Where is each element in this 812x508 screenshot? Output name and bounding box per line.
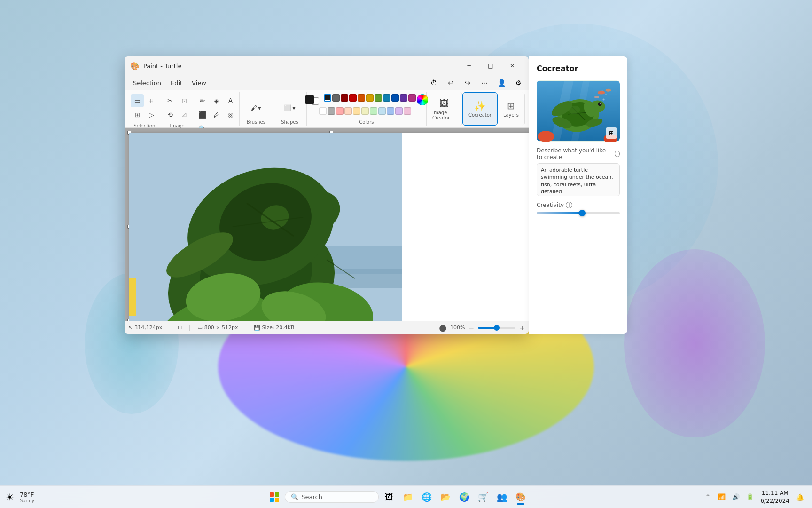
minimize-button[interactable]: ─ (458, 58, 480, 73)
color-lightred[interactable] (336, 107, 344, 115)
zoom-slider[interactable] (478, 327, 515, 329)
volume-icon[interactable]: 🔊 (729, 491, 742, 504)
notification-button[interactable]: 🔔 (793, 491, 806, 504)
image-creator-icon: 🖼 (439, 98, 449, 109)
taskbar-left: ☀ 78°F Sunny (0, 490, 94, 504)
crop-tool[interactable]: ✂ (164, 94, 177, 107)
color-rose[interactable] (404, 107, 411, 115)
system-clock[interactable]: 11:11 AM 6/22/2024 (757, 488, 792, 506)
redo-button[interactable]: ↪ (461, 76, 474, 89)
zoom-out-btn[interactable]: − (469, 324, 475, 332)
color-teal[interactable] (383, 94, 390, 102)
rotate-tool[interactable]: ⟲ (164, 108, 177, 121)
taskbar-search[interactable]: 🔍 Search (285, 491, 379, 503)
brush-arrow: ▾ (258, 104, 261, 111)
color-darkred[interactable] (341, 94, 348, 102)
info-icon[interactable]: i (615, 151, 620, 157)
image-group: ✂ ⊡ ⟲ ⊿ Image (161, 92, 194, 126)
status-sep-1 (170, 325, 170, 331)
flip-tool[interactable]: ⊿ (178, 108, 191, 121)
battery-icon[interactable]: 🔋 (743, 491, 757, 504)
settings-button[interactable]: ⚙ (512, 76, 525, 89)
color-lightyellow[interactable] (353, 107, 360, 115)
taskbar-store-app[interactable]: 🛒 (475, 489, 492, 506)
profile-icon[interactable]: 👤 (495, 76, 508, 89)
color-gray[interactable] (328, 107, 335, 115)
layers-button[interactable]: ⊞ Layers (498, 92, 525, 126)
shapes-button[interactable]: ⬜ ▾ (275, 101, 304, 114)
taskbar-files-app[interactable]: 📁 (399, 489, 416, 506)
image-creator-button[interactable]: 🖼 Image Creator (427, 92, 462, 126)
chevron-icon[interactable]: ^ (701, 491, 714, 504)
taskbar-paint-app[interactable]: 🎨 (512, 489, 529, 506)
color-yellow[interactable] (366, 94, 374, 102)
canvas-image[interactable] (129, 133, 402, 321)
color-white[interactable] (319, 107, 327, 115)
zoom-in-btn[interactable]: + (519, 324, 525, 332)
color-cream[interactable] (361, 107, 369, 115)
weather-widget[interactable]: 78°F Sunny (16, 490, 38, 504)
pencil-tool[interactable]: ✏ (196, 94, 209, 107)
maximize-button[interactable]: □ (480, 58, 501, 73)
color-darkgray[interactable] (332, 94, 340, 102)
select-free-tool[interactable]: ⌗ (145, 94, 158, 107)
brushes-button[interactable]: 🖌 ▾ (242, 101, 270, 114)
taskbar-teams-app[interactable]: 👥 (493, 489, 510, 506)
taskbar-explorer-app[interactable]: 📂 (437, 489, 454, 506)
foreground-color[interactable] (305, 95, 314, 104)
undo-button[interactable]: ↩ (444, 76, 457, 89)
creativity-thumb[interactable] (579, 210, 586, 216)
pen-tool[interactable]: 🖊 (210, 108, 223, 121)
image-dimensions: ▭ 800 × 512px (197, 325, 238, 331)
svg-point-43 (602, 90, 603, 91)
fill-tool[interactable]: ◈ (210, 94, 223, 107)
start-button[interactable] (266, 489, 283, 506)
color-periwinkle[interactable] (387, 107, 394, 115)
feature-buttons: 🖼 Image Creator ✨ Cocreator ⊞ Layers (427, 92, 525, 126)
logo-q4 (275, 498, 279, 502)
creativity-slider[interactable] (537, 212, 620, 214)
close-button[interactable]: ✕ (501, 58, 523, 73)
taskbar-edge-app[interactable]: 🌍 (456, 489, 473, 506)
menu-edit[interactable]: Edit (166, 78, 187, 88)
select-all-tool[interactable]: ⊞ (131, 108, 144, 121)
taskbar-gallery-app[interactable]: 🖼 (381, 489, 398, 506)
history-button[interactable]: ⏱ (427, 76, 440, 89)
color-orange[interactable] (358, 94, 365, 102)
cocreator-button[interactable]: ✨ Cocreator (462, 92, 498, 126)
eraser-tool[interactable]: ⬛ (196, 108, 209, 121)
color-lavender[interactable] (395, 107, 403, 115)
file-size: 💾 Size: 20.4KB (254, 325, 295, 331)
clock-time: 11:11 AM (762, 489, 789, 497)
resize-tool[interactable]: ⊡ (178, 94, 191, 107)
text-tool[interactable]: A (224, 94, 237, 107)
select-move-tool[interactable]: ▷ (145, 108, 158, 121)
cocreator-title: Cocreator (537, 64, 620, 73)
brushes-group: 🖌 ▾ Brushes (240, 92, 273, 126)
taskbar-browser-app[interactable]: 🌐 (418, 489, 435, 506)
menu-file[interactable]: Selection (128, 78, 166, 88)
brushes-label: Brushes (247, 119, 265, 126)
zoom-thumb[interactable] (494, 325, 500, 331)
color-lightblue[interactable] (378, 107, 386, 115)
color-blue[interactable] (391, 94, 399, 102)
status-sep-3 (246, 325, 246, 331)
color-skin[interactable] (344, 107, 352, 115)
canvas-area[interactable] (125, 128, 529, 321)
menu-view[interactable]: View (187, 78, 211, 88)
creativity-info-icon[interactable]: i (566, 202, 572, 208)
color-green[interactable] (375, 94, 382, 102)
color-lightgreen[interactable] (370, 107, 377, 115)
more-button[interactable]: ⋯ (478, 76, 491, 89)
color-black[interactable] (324, 94, 331, 102)
prompt-textarea[interactable]: An adorable turtle swimming under the oc… (537, 163, 620, 196)
color-pink[interactable] (408, 94, 416, 102)
color-purple[interactable] (400, 94, 407, 102)
color-red[interactable] (349, 94, 357, 102)
expand-preview-button[interactable]: ⊞ (606, 127, 617, 139)
network-icon[interactable]: 📶 (715, 491, 728, 504)
cocreator-label: Cocreator (468, 112, 492, 118)
select-rect-tool[interactable]: ▭ (131, 94, 144, 107)
taskbar-right: ^ 📶 🔊 🔋 11:11 AM 6/22/2024 🔔 (701, 488, 812, 506)
eyedrop-tool[interactable]: ◎ (224, 108, 237, 121)
